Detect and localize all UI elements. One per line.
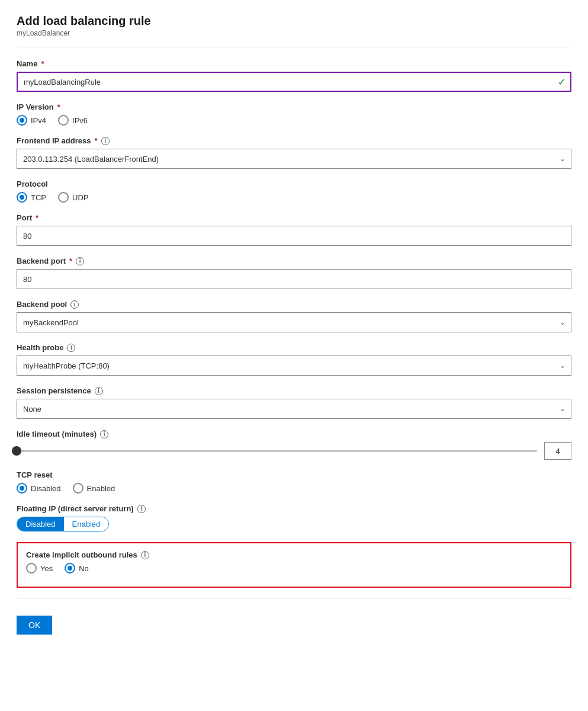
name-input[interactable]: [17, 72, 571, 92]
port-required: *: [36, 213, 38, 222]
implicit-outbound-no-radio[interactable]: [65, 563, 75, 574]
ip-version-ipv6-label: IPv6: [72, 116, 88, 125]
tcp-reset-enabled-option[interactable]: Enabled: [73, 483, 115, 494]
frontend-ip-required: *: [94, 136, 97, 145]
idle-timeout-label: Idle timeout (minutes) i: [17, 430, 571, 438]
floating-ip-toggle[interactable]: Disabled Enabled: [17, 517, 109, 531]
protocol-tcp-label: TCP: [31, 193, 46, 202]
ip-version-radio-group: IPv4 IPv6: [17, 115, 571, 126]
name-input-wrapper: ✓: [17, 72, 571, 92]
ok-button[interactable]: OK: [17, 616, 52, 635]
protocol-group: Protocol TCP UDP: [17, 180, 571, 203]
protocol-label: Protocol: [17, 180, 571, 188]
implicit-outbound-group: Create implicit outbound rules i Yes No: [26, 550, 562, 574]
name-required: *: [41, 59, 44, 68]
health-probe-select[interactable]: myHealthProbe (TCP:80): [17, 356, 571, 376]
port-input[interactable]: [17, 226, 571, 246]
tcp-reset-disabled-radio[interactable]: [17, 483, 27, 494]
floating-ip-info-icon[interactable]: i: [137, 505, 146, 513]
tcp-reset-disabled-option[interactable]: Disabled: [17, 483, 61, 494]
protocol-udp-option[interactable]: UDP: [58, 192, 88, 203]
frontend-ip-label: Frontend IP address * i: [17, 136, 571, 145]
idle-timeout-value-box: 4: [544, 442, 571, 460]
ip-version-label: IP Version *: [17, 103, 571, 111]
ip-version-ipv6-radio[interactable]: [58, 115, 69, 126]
header-divider: [17, 47, 571, 47]
frontend-ip-select-wrapper: 203.0.113.254 (LoadBalancerFrontEnd) ⌄: [17, 149, 571, 169]
idle-timeout-group: Idle timeout (minutes) i 4: [17, 430, 571, 460]
page-subtitle: myLoadBalancer: [17, 29, 571, 37]
tcp-reset-enabled-radio[interactable]: [73, 483, 83, 494]
implicit-outbound-yes-label: Yes: [40, 564, 53, 573]
health-probe-info-icon[interactable]: i: [67, 344, 75, 352]
idle-timeout-slider-container: 4: [17, 442, 571, 460]
tcp-reset-label: TCP reset: [17, 470, 571, 479]
session-persistence-info-icon[interactable]: i: [95, 387, 103, 395]
footer-divider: [17, 598, 571, 599]
backend-pool-select[interactable]: myBackendPool: [17, 312, 571, 332]
tcp-reset-group: TCP reset Disabled Enabled: [17, 470, 571, 494]
floating-ip-group: Floating IP (direct server return) i Dis…: [17, 504, 571, 531]
idle-timeout-slider-thumb[interactable]: [12, 446, 21, 456]
implicit-outbound-radio-group: Yes No: [26, 563, 562, 574]
implicit-outbound-no-label: No: [79, 564, 89, 573]
ip-version-ipv4-label: IPv4: [31, 116, 46, 125]
frontend-ip-info-icon[interactable]: i: [101, 137, 110, 145]
implicit-outbound-yes-radio[interactable]: [26, 563, 37, 574]
tcp-reset-radio-group: Disabled Enabled: [17, 483, 571, 494]
session-persistence-select[interactable]: None: [17, 399, 571, 419]
backend-pool-group: Backend pool i myBackendPool ⌄: [17, 300, 571, 332]
tcp-reset-disabled-label: Disabled: [31, 484, 61, 493]
backend-port-input[interactable]: [17, 269, 571, 289]
name-group: Name * ✓: [17, 59, 571, 92]
session-persistence-select-wrapper: None ⌄: [17, 399, 571, 419]
session-persistence-label: Session persistence i: [17, 386, 571, 395]
backend-pool-info-icon[interactable]: i: [70, 300, 79, 309]
name-label: Name *: [17, 59, 571, 68]
backend-port-info-icon[interactable]: i: [76, 257, 84, 265]
implicit-outbound-label: Create implicit outbound rules i: [26, 550, 562, 559]
implicit-outbound-highlight-box: Create implicit outbound rules i Yes No: [17, 542, 571, 588]
backend-port-label: Backend port * i: [17, 257, 571, 265]
backend-port-required: *: [69, 257, 72, 265]
backend-pool-select-wrapper: myBackendPool ⌄: [17, 312, 571, 332]
floating-ip-toggle-container: Disabled Enabled: [17, 517, 571, 531]
idle-timeout-slider-track: [17, 450, 537, 452]
implicit-outbound-no-option[interactable]: No: [65, 563, 89, 574]
health-probe-group: Health probe i myHealthProbe (TCP:80) ⌄: [17, 343, 571, 376]
tcp-reset-enabled-label: Enabled: [87, 484, 115, 493]
protocol-tcp-radio[interactable]: [17, 192, 27, 203]
backend-pool-label: Backend pool i: [17, 300, 571, 309]
ip-version-required: *: [57, 103, 60, 111]
protocol-udp-radio[interactable]: [58, 192, 69, 203]
floating-ip-label: Floating IP (direct server return) i: [17, 504, 571, 513]
ip-version-ipv4-option[interactable]: IPv4: [17, 115, 46, 126]
health-probe-select-wrapper: myHealthProbe (TCP:80) ⌄: [17, 356, 571, 376]
port-group: Port *: [17, 213, 571, 246]
ip-version-group: IP Version * IPv4 IPv6: [17, 103, 571, 126]
floating-ip-enabled-option[interactable]: Enabled: [64, 517, 109, 531]
ip-version-ipv4-radio[interactable]: [17, 115, 27, 126]
page-title: Add load balancing rule: [17, 14, 571, 28]
health-probe-label: Health probe i: [17, 343, 571, 352]
ip-version-ipv6-option[interactable]: IPv6: [58, 115, 88, 126]
name-check-icon: ✓: [558, 76, 565, 88]
session-persistence-group: Session persistence i None ⌄: [17, 386, 571, 419]
backend-port-group: Backend port * i: [17, 257, 571, 289]
floating-ip-disabled-option[interactable]: Disabled: [17, 517, 64, 531]
implicit-outbound-info-icon[interactable]: i: [141, 551, 149, 559]
frontend-ip-select[interactable]: 203.0.113.254 (LoadBalancerFrontEnd): [17, 149, 571, 169]
idle-timeout-info-icon[interactable]: i: [100, 430, 108, 438]
port-label: Port *: [17, 213, 571, 222]
protocol-tcp-option[interactable]: TCP: [17, 192, 46, 203]
frontend-ip-group: Frontend IP address * i 203.0.113.254 (L…: [17, 136, 571, 169]
protocol-radio-group: TCP UDP: [17, 192, 571, 203]
implicit-outbound-yes-option[interactable]: Yes: [26, 563, 53, 574]
protocol-udp-label: UDP: [72, 193, 88, 202]
